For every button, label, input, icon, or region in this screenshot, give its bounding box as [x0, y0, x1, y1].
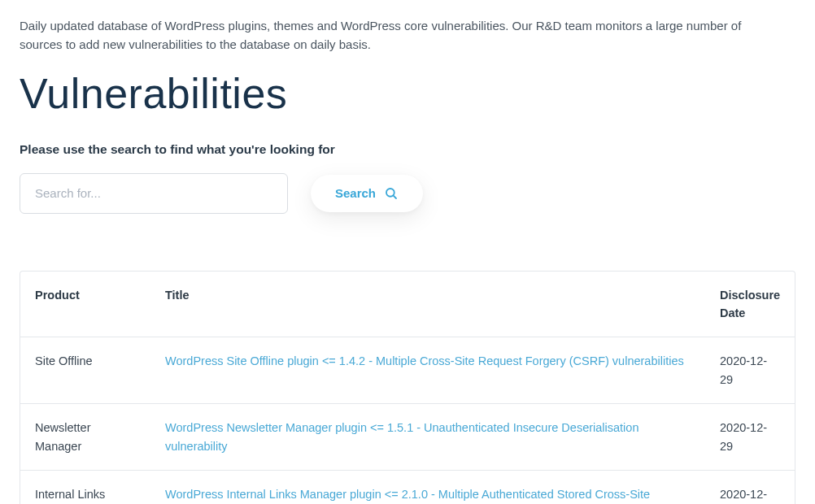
cell-title: WordPress Internal Links Manager plugin … [150, 471, 705, 504]
cell-date: 2020-12-28 [705, 471, 795, 504]
search-button[interactable]: Search [311, 175, 423, 212]
svg-line-1 [393, 195, 396, 198]
search-row: Search [20, 173, 795, 214]
vuln-link[interactable]: WordPress Newsletter Manager plugin <= 1… [165, 421, 638, 452]
cell-date: 2020-12-29 [705, 404, 795, 471]
cell-product: Site Offline [20, 337, 150, 404]
intro-text: Daily updated database of WordPress plug… [20, 16, 784, 54]
vuln-link[interactable]: WordPress Site Offline plugin <= 1.4.2 -… [165, 354, 684, 367]
col-header-product: Product [20, 272, 150, 337]
cell-date: 2020-12-29 [705, 337, 795, 404]
table-row: Site Offline WordPress Site Offline plug… [20, 337, 795, 404]
cell-product: Internal Links Manager [20, 471, 150, 504]
search-icon [384, 186, 399, 201]
search-label: Please use the search to find what you'r… [20, 142, 795, 157]
table-header-row: Product Title Disclosure Date [20, 272, 795, 337]
vuln-table-container: Product Title Disclosure Date Site Offli… [20, 271, 795, 505]
search-input[interactable] [20, 173, 288, 214]
cell-title: WordPress Newsletter Manager plugin <= 1… [150, 404, 705, 471]
col-header-date: Disclosure Date [705, 272, 795, 337]
cell-product: Newsletter Manager [20, 404, 150, 471]
cell-title: WordPress Site Offline plugin <= 1.4.2 -… [150, 337, 705, 404]
table-row: Internal Links Manager WordPress Interna… [20, 471, 795, 504]
table-row: Newsletter Manager WordPress Newsletter … [20, 404, 795, 471]
vuln-link[interactable]: WordPress Internal Links Manager plugin … [165, 488, 650, 504]
page-title: Vulnerabilities [20, 69, 795, 118]
col-header-title: Title [150, 272, 705, 337]
search-button-label: Search [335, 186, 376, 200]
vuln-table: Product Title Disclosure Date Site Offli… [20, 272, 795, 505]
